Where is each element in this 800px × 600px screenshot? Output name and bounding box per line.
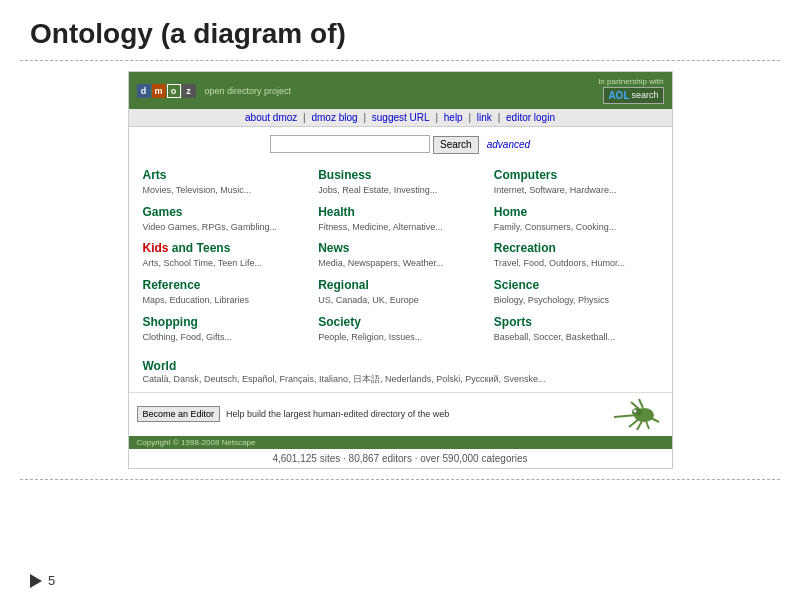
cat-computers-subs: Internet, Software, Hardware...: [494, 185, 617, 195]
cat-news: News Media, Newspapers, Weather...: [312, 237, 488, 274]
cat-kids-link[interactable]: Kids and Teens: [143, 241, 307, 255]
top-divider: [20, 60, 780, 61]
bottom-divider: [20, 479, 780, 480]
categories-grid: Arts Movies, Television, Music... Busine…: [129, 160, 672, 355]
dmoz-search-area: Search advanced: [129, 127, 672, 160]
cat-science: Science Biology, Psychology, Physics: [488, 274, 664, 311]
nav-link[interactable]: link: [477, 112, 492, 123]
search-label: search: [631, 90, 658, 102]
cat-arts-subs: Movies, Television, Music...: [143, 185, 252, 195]
dmoz-logo-boxes: d m o z: [137, 84, 196, 98]
cat-games-subs: Video Games, RPGs, Gambling...: [143, 222, 277, 232]
cat-sports-subs: Baseball, Soccer, Basketball...: [494, 332, 615, 342]
cat-health-subs: Fitness, Medicine, Alternative...: [318, 222, 443, 232]
cat-world-link[interactable]: World: [143, 359, 177, 373]
dmoz-header: d m o z open directory project In partne…: [129, 72, 672, 109]
search-button[interactable]: Search: [433, 136, 479, 154]
cat-kids-subs: Arts, School Time, Teen Life...: [143, 258, 262, 268]
dmoz-bottom-banner: Become an Editor Help build the largest …: [129, 392, 672, 436]
svg-line-4: [637, 421, 642, 430]
cat-recreation-subs: Travel, Food, Outdoors, Humor...: [494, 258, 625, 268]
cat-computers: Computers Internet, Software, Hardware..…: [488, 164, 664, 201]
aol-search: AOL search: [603, 87, 663, 104]
cat-business-link[interactable]: Business: [318, 168, 482, 182]
cat-news-subs: Media, Newspapers, Weather...: [318, 258, 443, 268]
gecko-image: [609, 397, 664, 432]
nav-suggest[interactable]: suggest URL: [372, 112, 430, 123]
cat-recreation-link[interactable]: Recreation: [494, 241, 658, 255]
cat-reference: Reference Maps, Education, Libraries: [137, 274, 313, 311]
dmoz-logo: d m o z open directory project: [137, 84, 292, 98]
cat-society-subs: People, Religion, Issues...: [318, 332, 422, 342]
svg-line-8: [639, 399, 643, 408]
cat-reference-subs: Maps, Education, Libraries: [143, 295, 250, 305]
cat-arts-link[interactable]: Arts: [143, 168, 307, 182]
svg-point-9: [633, 409, 636, 412]
nav-blog[interactable]: dmoz blog: [311, 112, 357, 123]
cat-news-link[interactable]: News: [318, 241, 482, 255]
cat-science-subs: Biology, Psychology, Physics: [494, 295, 609, 305]
cat-computers-link[interactable]: Computers: [494, 168, 658, 182]
cat-recreation: Recreation Travel, Food, Outdoors, Humor…: [488, 237, 664, 274]
cat-world-subs: Català, Dansk, Deutsch, Español, Françai…: [143, 373, 664, 386]
cat-home-subs: Family, Consumers, Cooking...: [494, 222, 616, 232]
cat-regional-subs: US, Canada, UK, Europe: [318, 295, 419, 305]
advanced-link[interactable]: advanced: [487, 139, 530, 150]
kids-rest-text: and Teens: [169, 241, 231, 255]
cat-regional: Regional US, Canada, UK, Europe: [312, 274, 488, 311]
cat-business-subs: Jobs, Real Estate, Investing...: [318, 185, 437, 195]
kids-colored-text: Kids: [143, 241, 169, 255]
cat-science-link[interactable]: Science: [494, 278, 658, 292]
partnership-info: In partnership with AOL search: [598, 77, 663, 104]
world-section: World Català, Dansk, Deutsch, Español, F…: [129, 355, 672, 392]
cat-business: Business Jobs, Real Estate, Investing...: [312, 164, 488, 201]
dmoz-screenshot: d m o z open directory project In partne…: [128, 71, 673, 469]
logo-z: z: [182, 84, 196, 98]
svg-line-3: [629, 419, 639, 427]
cat-society-link[interactable]: Society: [318, 315, 482, 329]
cat-health-link[interactable]: Health: [318, 205, 482, 219]
logo-o: o: [167, 84, 181, 98]
cat-arts: Arts Movies, Television, Music...: [137, 164, 313, 201]
logo-d: d: [137, 84, 151, 98]
cat-home-link[interactable]: Home: [494, 205, 658, 219]
dmoz-nav: about dmoz | dmoz blog | suggest URL | h…: [129, 109, 672, 127]
cat-health: Health Fitness, Medicine, Alternative...: [312, 201, 488, 238]
nav-help[interactable]: help: [444, 112, 463, 123]
cat-games: Games Video Games, RPGs, Gambling...: [137, 201, 313, 238]
slide-number-area: 5: [30, 573, 55, 588]
cat-society: Society People, Religion, Issues...: [312, 311, 488, 348]
play-icon: [30, 574, 42, 588]
cat-home: Home Family, Consumers, Cooking...: [488, 201, 664, 238]
nav-editor-login[interactable]: editor login: [506, 112, 555, 123]
svg-line-7: [631, 402, 639, 409]
cat-shopping-subs: Clothing, Food, Gifts...: [143, 332, 233, 342]
search-input[interactable]: [270, 135, 430, 153]
svg-line-2: [614, 415, 637, 417]
cat-regional-link[interactable]: Regional: [318, 278, 482, 292]
dmoz-tagline: Help build the largest human-edited dire…: [226, 409, 602, 419]
logo-m: m: [152, 84, 166, 98]
dmoz-copyright: Copyright © 1998-2008 Netscape: [129, 436, 672, 449]
cat-games-link[interactable]: Games: [143, 205, 307, 219]
page-title: Ontology (a diagram of): [0, 0, 800, 60]
cat-kids: Kids and Teens Arts, School Time, Teen L…: [137, 237, 313, 274]
svg-line-5: [646, 421, 649, 429]
aol-text: AOL: [608, 89, 629, 102]
slide-number: 5: [48, 573, 55, 588]
cat-sports: Sports Baseball, Soccer, Basketball...: [488, 311, 664, 348]
nav-about[interactable]: about dmoz: [245, 112, 297, 123]
dmoz-stats: 4,601,125 sites · 80,867 editors · over …: [129, 449, 672, 468]
cat-shopping-link[interactable]: Shopping: [143, 315, 307, 329]
odp-text: open directory project: [205, 86, 292, 96]
partnership-line1: In partnership with: [598, 77, 663, 86]
cat-shopping: Shopping Clothing, Food, Gifts...: [137, 311, 313, 348]
cat-reference-link[interactable]: Reference: [143, 278, 307, 292]
cat-sports-link[interactable]: Sports: [494, 315, 658, 329]
become-editor-button[interactable]: Become an Editor: [137, 406, 221, 422]
